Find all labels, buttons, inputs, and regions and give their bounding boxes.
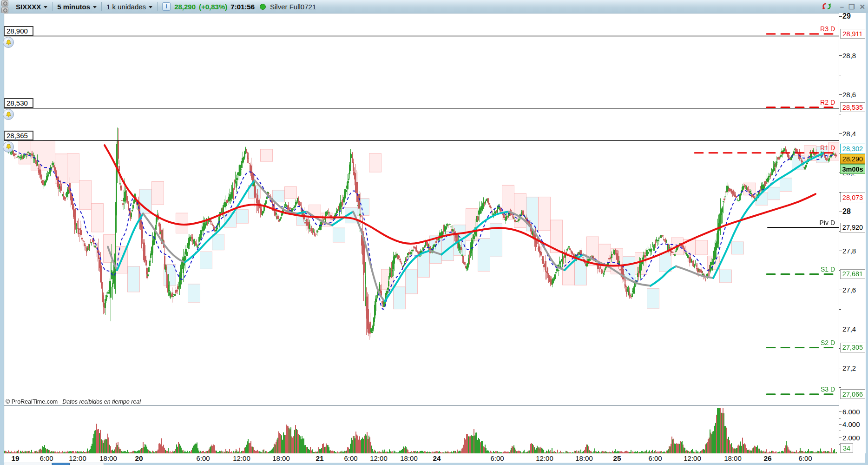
bottom-tab-strip: [0, 463, 868, 465]
price-tick-label: 27,2: [842, 364, 856, 372]
price-chart-canvas[interactable]: [4, 13, 839, 453]
workspace-tab[interactable]: [4, 463, 52, 465]
alarm-bell-icon[interactable]: [3, 141, 14, 153]
time-axis-label: 6:00: [39, 454, 53, 462]
link-icon[interactable]: [1, 7, 8, 13]
ma-value-box: 28,302: [840, 144, 865, 153]
copyright-label: © ProRealTime.com: [6, 399, 58, 405]
alarm-bell-icon[interactable]: [3, 37, 14, 48]
workspace-tab-active[interactable]: [52, 463, 70, 465]
symbol-dropdown[interactable]: SIXXXX: [11, 0, 52, 13]
price-change: (+0,83%): [199, 3, 227, 11]
volume-minor-tick: [839, 418, 841, 418]
time-axis-label: 19: [11, 454, 19, 463]
alarm-price-box[interactable]: 28,365: [4, 131, 33, 140]
price-tick-label: 27,4: [842, 325, 856, 333]
price-tick-mark: [839, 212, 842, 212]
titlebar: SIXXXX 5 minutos 1 k unidades i 28,290 (…: [0, 0, 868, 13]
time-axis-label: 20: [135, 454, 143, 463]
volume-tick-label: 6.000: [842, 408, 860, 416]
price-tick-mark: [839, 133, 842, 134]
price-tick-mark: [839, 251, 842, 251]
pivot-value-box: 27,681: [840, 269, 865, 279]
symbol-label: SIXXXX: [16, 3, 41, 11]
prorealtime-window: { "titlebar": { "symbol": "SIXXXX", "tim…: [0, 0, 868, 465]
chevron-down-icon: [93, 6, 97, 8]
time-axis-label: 6:00: [798, 454, 812, 462]
alarm-price-box[interactable]: 28,530: [4, 98, 33, 108]
timeframe-dropdown[interactable]: 5 minutos: [53, 0, 101, 13]
time-axis-label: 18:00: [272, 454, 290, 462]
minimize-button[interactable]: –: [840, 3, 844, 10]
price-axis[interactable]: 2928,828,628,428,22827,827,627,427,26.00…: [839, 13, 866, 453]
volume-tick-label: 2.000: [842, 434, 860, 442]
pivot-value-box: 27,066: [840, 389, 865, 399]
volume-tick-mark: [839, 412, 842, 412]
time-axis-label: 12:00: [684, 454, 701, 462]
time-axis-label: 12:00: [233, 454, 250, 462]
units-dropdown[interactable]: 1 k unidades: [102, 0, 157, 13]
last-price: 28,290: [174, 3, 196, 11]
ma-value-box: 28,073: [840, 193, 865, 202]
price-tick-mark: [839, 290, 842, 290]
price-tick-mark: [839, 368, 842, 368]
time-axis-label: 6:00: [196, 454, 210, 462]
quote-panel: 28,290 (+0,83%) 7:01:56 Silver Full0721: [174, 3, 316, 11]
time-axis-label: 26: [763, 454, 771, 463]
feed-status-label: Datos recibidos en tiempo real: [62, 399, 141, 405]
pivot-name-label: R2 D: [820, 99, 835, 106]
chevron-down-icon: [149, 6, 152, 8]
pivot-value-box: 28,911: [840, 29, 865, 39]
volume-tick-mark: [839, 424, 842, 425]
price-tick-label: 29: [842, 12, 851, 20]
info-icon[interactable]: i: [162, 2, 171, 11]
time-axis-label: 12:00: [69, 454, 86, 462]
refresh-icon[interactable]: [822, 2, 832, 11]
quote-time: 7:01:56: [230, 3, 255, 11]
time-axis-label: 18:00: [724, 454, 742, 462]
restore-button[interactable]: ❐: [848, 3, 855, 10]
workspace-tab[interactable]: [70, 463, 104, 465]
chevron-down-icon: [44, 6, 47, 8]
price-tick-label: 28,8: [842, 52, 856, 60]
price-tick-label: 27,6: [842, 286, 856, 294]
price-minor-tick: [839, 309, 841, 310]
volume-minor-tick: [839, 431, 841, 431]
units-label: 1 k unidades: [106, 3, 146, 11]
pivot-name-label: S1 D: [821, 266, 835, 273]
time-axis-label: 18:00: [400, 454, 418, 462]
volume-tick-mark: [839, 438, 842, 438]
price-tick-label: 28,4: [842, 130, 856, 138]
price-minor-tick: [839, 387, 841, 388]
alarm-price-box[interactable]: 28,900: [4, 26, 33, 36]
time-axis-label: 6:00: [344, 454, 357, 462]
time-axis-label: 18:00: [575, 454, 593, 462]
pivot-name-label: R3 D: [820, 25, 835, 33]
candle-countdown-box: 3m00s: [840, 164, 865, 174]
pivot-value-box: 28,535: [840, 102, 865, 112]
time-axis-label: 18:00: [99, 454, 117, 462]
link-icon[interactable]: [1, 0, 8, 7]
footer-note: © ProRealTime.comDatos recibidos en tiem…: [6, 399, 141, 405]
time-axis-label: 6:00: [490, 454, 504, 462]
price-tick-label: 28: [842, 207, 851, 216]
link-icons[interactable]: [1, 0, 8, 13]
timeframe-label: 5 minutos: [57, 3, 90, 11]
connection-status-dot: [260, 4, 266, 10]
time-axis-label: 24: [433, 454, 441, 463]
time-axis-label: 12:00: [370, 454, 388, 462]
bar-count-box: 34: [840, 443, 853, 453]
pivot-value-box: 27,305: [840, 343, 865, 352]
time-axis-label: 12:00: [536, 454, 553, 462]
pivot-name-label: S2 D: [821, 339, 835, 346]
pivot-name-label: R1 D: [820, 144, 835, 152]
close-button[interactable]: ✕: [859, 3, 865, 10]
time-axis-label: 21: [316, 454, 323, 463]
price-tick-mark: [839, 55, 842, 56]
time-axis-label: 6:00: [648, 454, 662, 462]
price-minor-tick: [839, 114, 841, 114]
window-frame-left: [0, 13, 4, 465]
price-tick-label: 27,8: [842, 247, 856, 255]
window-controls: – ❐ ✕: [822, 0, 865, 13]
toolbar-separator: [157, 2, 158, 11]
